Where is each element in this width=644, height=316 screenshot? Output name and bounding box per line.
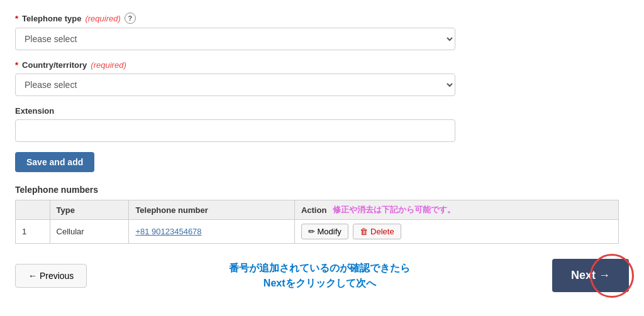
row-actions: ✏ Modify 🗑 Delete [294, 220, 618, 244]
telephone-type-label: Telephone type [22, 14, 81, 23]
required-asterisk-1: * [15, 14, 18, 23]
col-header-type: Type [50, 200, 129, 220]
delete-button[interactable]: 🗑 Delete [353, 224, 401, 239]
telephone-type-select[interactable]: Please select [15, 28, 455, 50]
col-header-number: Telephone number [129, 200, 295, 220]
country-territory-select[interactable]: Please select [15, 74, 455, 96]
table-row: 1 Cellular +81 90123454678 ✏ Modify 🗑 De… [16, 220, 619, 244]
action-note: 修正や消去は下記から可能です。 [333, 204, 455, 215]
required-asterisk-2: * [15, 60, 18, 70]
middle-note: 番号が追加されているのが確認できたら Nextをクリックして次へ [229, 261, 410, 291]
save-and-add-button[interactable]: Save and add [15, 152, 94, 172]
col-header-index [16, 200, 50, 220]
required-text-2: (required) [91, 60, 126, 70]
col-header-action: Action 修正や消去は下記から可能です。 [294, 200, 618, 220]
previous-button[interactable]: ← Previous [15, 264, 87, 288]
country-territory-label: Country/territory [22, 60, 87, 70]
next-button-wrapper: Next → [552, 259, 629, 292]
modify-button[interactable]: ✏ Modify [301, 224, 348, 239]
middle-note-line2: Nextをクリックして次へ [229, 276, 410, 291]
row-type: Cellular [50, 220, 129, 244]
middle-note-line1: 番号が追加されているのが確認できたら [229, 261, 410, 276]
required-text-1: (required) [85, 14, 120, 23]
next-button[interactable]: Next → [552, 259, 629, 292]
row-index: 1 [16, 220, 50, 244]
extension-label: Extension [15, 106, 54, 116]
telephone-numbers-title: Telephone numbers [15, 185, 629, 195]
help-icon-1[interactable]: ? [125, 13, 136, 24]
telephone-numbers-table: Type Telephone number Action 修正や消去は下記から可… [15, 200, 619, 244]
row-number: +81 90123454678 [129, 220, 295, 244]
extension-input[interactable] [15, 119, 455, 142]
